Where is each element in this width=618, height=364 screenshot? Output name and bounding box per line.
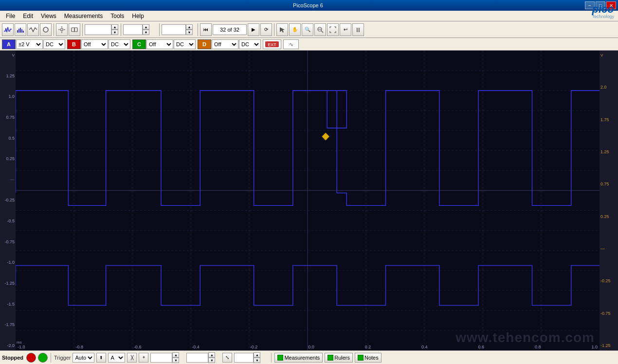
- trigger-percent-spinbox: 50 % ▲ ▼: [186, 352, 220, 363]
- channel-c-coupling[interactable]: DC: [174, 39, 196, 49]
- channel-a-label[interactable]: A: [2, 39, 16, 49]
- trigger-mode2-btn[interactable]: ⤡: [222, 353, 232, 363]
- channel-a-lower-trace: [16, 265, 600, 305]
- options-btn[interactable]: [56, 23, 68, 36]
- toolbar-sep-6: [274, 23, 274, 36]
- svg-rect-12: [74, 28, 77, 32]
- notes-button[interactable]: Notes: [355, 353, 382, 363]
- status-sep-1: [51, 353, 51, 363]
- trigger-time-down[interactable]: ▼: [254, 358, 260, 363]
- timebase-up[interactable]: ▲: [111, 24, 118, 30]
- trigger-voltage-down[interactable]: ▼: [172, 358, 179, 363]
- spectrum-mode-btn[interactable]: [15, 23, 26, 36]
- toolbar-sep-4: [159, 23, 160, 36]
- channel-d-range[interactable]: Off: [212, 39, 238, 49]
- measurements-label: Measurements: [284, 355, 320, 361]
- rulers-button[interactable]: Rulers: [325, 353, 353, 363]
- zoom-up[interactable]: ▲: [143, 24, 149, 30]
- menu-views[interactable]: Views: [37, 12, 60, 20]
- trigger-percent-input[interactable]: 50 %: [186, 353, 208, 363]
- math-btn[interactable]: ∿: [283, 39, 299, 49]
- timebase-input[interactable]: 200 µs: [85, 24, 111, 35]
- toolbar-sep-3: [121, 23, 121, 36]
- yaxis-right-125: 1.25: [600, 149, 617, 154]
- capture-count-display: 32 of 32: [213, 24, 247, 35]
- yaxis-val-075: 0.75: [1, 115, 15, 120]
- go-start-btn[interactable]: ⏮: [200, 23, 212, 36]
- trigger-time-up[interactable]: ▲: [254, 352, 260, 358]
- channel-b-coupling[interactable]: DC: [109, 39, 130, 49]
- channelbar: A ±2 V DC B Off DC C Off DC D Off D: [0, 38, 618, 51]
- channel-a-group: A ±2 V DC: [2, 39, 65, 49]
- svg-text:∿: ∿: [289, 41, 293, 47]
- trigger-time-input[interactable]: 0 s: [234, 353, 254, 363]
- run-button[interactable]: [38, 353, 48, 363]
- trigger-percent-up[interactable]: ▲: [208, 352, 215, 358]
- channel-b-range[interactable]: Off: [81, 39, 108, 49]
- channel-c-group: C Off DC: [132, 39, 196, 49]
- toolbar-sep-2: [82, 23, 83, 36]
- samples-down[interactable]: ▼: [186, 30, 193, 35]
- samples-spinbox: 1 MS ▲ ▼: [162, 24, 196, 35]
- notes-icon: [358, 355, 364, 361]
- play-btn[interactable]: ▶: [248, 23, 259, 36]
- scope-canvas[interactable]: -1.0 -0.8 -0.6 -0.4 -0.2 0.0 0.2 0.4 0.6…: [16, 51, 600, 350]
- channel-c-range[interactable]: Off: [146, 39, 173, 49]
- menu-edit[interactable]: Edit: [19, 12, 37, 20]
- svg-text:EXT: EXT: [268, 42, 276, 47]
- measurements-button[interactable]: Measurements: [274, 353, 323, 363]
- trigger-voltage-up[interactable]: ▲: [172, 352, 179, 358]
- menubar: File Edit Views Measurements Tools Help: [0, 11, 618, 21]
- xy-mode-btn[interactable]: [40, 23, 52, 36]
- trigger-voltage-input[interactable]: 0 V: [150, 353, 172, 363]
- trigger-set1-btn[interactable]: ╳: [127, 353, 137, 363]
- yaxis-val-0: —: [1, 177, 15, 182]
- trigger-type-btn[interactable]: ⬆: [96, 353, 106, 363]
- channel-c-label[interactable]: C: [132, 39, 146, 49]
- cursor-btn[interactable]: [276, 23, 288, 36]
- rulers-label: Rulers: [334, 355, 350, 361]
- stop-button[interactable]: [26, 353, 36, 363]
- pan-btn[interactable]: ✋: [289, 23, 301, 36]
- svg-rect-4: [23, 31, 24, 33]
- yaxis-val-n125: -1.25: [1, 281, 15, 286]
- trigger-channel-select[interactable]: A: [108, 353, 125, 363]
- trigger-percent-down[interactable]: ▼: [208, 358, 215, 363]
- menu-measurements[interactable]: Measurements: [60, 12, 107, 20]
- time-ruler-btn[interactable]: |||: [352, 23, 364, 36]
- samples-input[interactable]: 1 MS: [162, 24, 186, 35]
- channel-d-coupling[interactable]: DC: [239, 39, 261, 49]
- loop-btn[interactable]: ⟳: [260, 23, 272, 36]
- menu-file[interactable]: File: [2, 12, 19, 20]
- channel-a-coupling[interactable]: DC: [43, 39, 65, 49]
- yaxis-right-label: V: [600, 53, 617, 57]
- samples-up[interactable]: ▲: [186, 24, 193, 30]
- timebase-down[interactable]: ▼: [111, 30, 118, 35]
- main-oscilloscope-area: V 1.25 1.0 0.75 0.5 0.25 — -0.25 -0.5 -0…: [0, 51, 618, 350]
- ext-btn[interactable]: EXT: [263, 39, 281, 49]
- toolbar-sep-1: [54, 23, 54, 36]
- menu-help[interactable]: Help: [128, 12, 148, 20]
- yaxis-left-label: V: [1, 53, 15, 57]
- yaxis-right-0: —: [600, 246, 617, 251]
- yaxis-val-100: 1.0: [1, 94, 15, 99]
- channel-a-range[interactable]: ±2 V: [16, 39, 43, 49]
- scope-mode-btn[interactable]: [2, 23, 14, 36]
- persistence-mode-btn[interactable]: [27, 23, 39, 36]
- yaxis-val-n200: -2.0: [1, 343, 15, 348]
- zoom-spinbox: x 1 ▲ ▼: [123, 24, 157, 35]
- yaxis-right: V 2.0 1.75 1.25 0.75 0.25 — -0.25 -0.75 …: [600, 51, 618, 350]
- connect-btn[interactable]: [69, 23, 80, 36]
- svg-marker-13: [280, 27, 285, 33]
- menu-tools[interactable]: Tools: [107, 12, 128, 20]
- zoom-down[interactable]: ▼: [143, 30, 149, 35]
- channel-d-label[interactable]: D: [198, 39, 211, 49]
- zoom-out-btn[interactable]: [314, 23, 326, 36]
- zoom-region-btn[interactable]: 🔍: [302, 23, 313, 36]
- undo-zoom-btn[interactable]: ↩: [340, 23, 351, 36]
- trigger-set2-btn[interactable]: ⌖: [139, 353, 148, 363]
- zoom-fit-btn[interactable]: [327, 23, 339, 36]
- trigger-mode-select[interactable]: Auto: [73, 353, 94, 363]
- channel-b-label[interactable]: B: [67, 39, 81, 49]
- zoom-input[interactable]: x 1: [123, 24, 143, 35]
